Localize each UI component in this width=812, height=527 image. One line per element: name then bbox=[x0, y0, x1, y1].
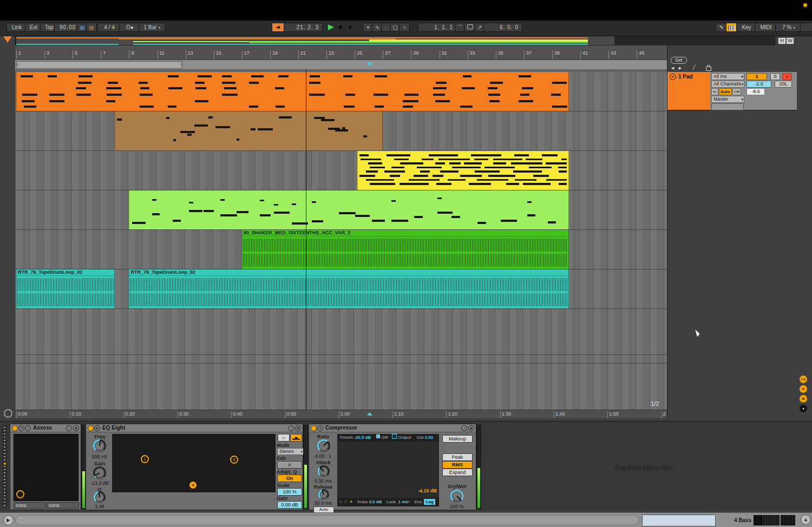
arrangement-clip[interactable]: RTR_79_TapeDrumLoop_02 bbox=[129, 269, 569, 308]
clip-mini-overview[interactable] bbox=[642, 515, 716, 526]
comp-graph[interactable]: -4.15 dB bbox=[337, 442, 439, 498]
fold-device-icon[interactable]: ▼ bbox=[18, 425, 24, 431]
preview-play-button[interactable]: ▶ bbox=[3, 515, 14, 525]
arrangement-clip[interactable] bbox=[16, 72, 569, 111]
session-overdub-button[interactable]: ○ bbox=[399, 23, 410, 32]
time-label[interactable]: 1:30 bbox=[500, 411, 512, 418]
cpu-meter[interactable]: 7 %▾ bbox=[775, 23, 802, 32]
bar-number[interactable]: 21 bbox=[298, 50, 306, 59]
show-io-button[interactable]: I-O bbox=[800, 376, 807, 383]
eq-point-6[interactable]: 6 bbox=[230, 456, 238, 464]
save-preset-icon[interactable]: ▣ bbox=[468, 425, 474, 431]
hot-swap-icon[interactable]: ◔ bbox=[66, 425, 72, 431]
set-locator-button[interactable]: Set bbox=[671, 57, 687, 64]
gr-checkbox[interactable] bbox=[376, 434, 381, 439]
device-on-led[interactable] bbox=[311, 425, 317, 431]
fold-width-button[interactable]: W bbox=[786, 37, 794, 44]
wrench-icon[interactable]: ╱ bbox=[25, 425, 31, 431]
input-channel-select[interactable]: All Channels▾ bbox=[711, 81, 744, 88]
next-locator-button[interactable]: ▶ bbox=[677, 65, 683, 71]
device-on-led[interactable] bbox=[88, 425, 94, 431]
monitor-off[interactable]: Off bbox=[732, 88, 742, 95]
freq-value[interactable]: 500 Hz bbox=[87, 454, 112, 459]
hot-swap-icon[interactable]: ◔ bbox=[288, 425, 294, 431]
input-type-select[interactable]: All Ins▾ bbox=[711, 73, 744, 80]
bar-number[interactable]: 27 bbox=[383, 50, 390, 59]
loop-start-display[interactable]: 1. 1. 1 bbox=[418, 23, 457, 32]
dry-wet-value[interactable]: 100 % bbox=[441, 504, 473, 509]
time-signature[interactable]: 4 / 4 bbox=[97, 23, 121, 32]
output-select[interactable]: Master▾ bbox=[711, 96, 744, 103]
ratio-value[interactable]: 4.00 : 1 bbox=[310, 453, 336, 459]
output-checkbox[interactable] bbox=[392, 434, 397, 439]
show-output-button[interactable]: ● bbox=[800, 405, 807, 412]
curve-icon[interactable]: Γ bbox=[345, 499, 347, 504]
peak-button[interactable]: Peak bbox=[442, 453, 473, 461]
automation-tool-icon[interactable]: ╱ bbox=[688, 64, 700, 71]
loop-start-handle[interactable]: › bbox=[17, 62, 18, 68]
xy-pad[interactable] bbox=[14, 434, 78, 501]
expand-panel-button[interactable]: ▲ bbox=[801, 515, 811, 525]
waveform-thumbnail[interactable] bbox=[762, 515, 780, 525]
bar-number[interactable]: 3 bbox=[44, 50, 49, 59]
metronome-count-icon[interactable]: |||| bbox=[86, 23, 97, 32]
groove-button[interactable]: O● bbox=[119, 23, 141, 32]
audition-button[interactable]: ∩ bbox=[278, 434, 290, 442]
time-label[interactable]: 0:10 bbox=[70, 411, 81, 418]
beat-time-ruler[interactable]: 1357911131517192123252729313335373941434… bbox=[15, 45, 667, 60]
arrangement-clip[interactable] bbox=[357, 151, 569, 190]
bar-number[interactable]: 33 bbox=[468, 50, 475, 59]
spectrum-toggle[interactable]: ▂▅▂ bbox=[290, 434, 302, 442]
eq-titlebar[interactable]: ▶ EQ Eight ◔ ▣ bbox=[86, 424, 303, 432]
volume-field[interactable]: -2.0 bbox=[746, 81, 771, 88]
bar-number[interactable]: 41 bbox=[580, 50, 588, 59]
clip-thumbnail[interactable] bbox=[754, 515, 762, 525]
time-label[interactable]: 1:50 bbox=[607, 411, 619, 418]
monitor-in[interactable]: In bbox=[711, 88, 718, 95]
key-map-button[interactable]: Key bbox=[736, 23, 757, 32]
axxess-select-1[interactable]: none bbox=[14, 502, 46, 509]
pan-field[interactable]: 20L bbox=[775, 81, 792, 88]
insert-marker[interactable] bbox=[367, 63, 372, 66]
follow-button[interactable]: ➔ bbox=[272, 23, 285, 32]
device-compressor[interactable]: ▼ Compressor ◔ ▣ Ratio 4.00 : 1 Attack 0… bbox=[309, 424, 476, 510]
q-knob[interactable] bbox=[94, 491, 106, 503]
q-value[interactable]: 1.46 bbox=[87, 504, 112, 509]
hot-swap-icon[interactable]: ◔ bbox=[461, 425, 467, 431]
bar-number[interactable]: 15 bbox=[214, 50, 221, 59]
track-color-box[interactable]: ▼1 Pad bbox=[667, 72, 710, 110]
bar-number[interactable]: 37 bbox=[524, 50, 532, 59]
thresh-value[interactable]: -20.5 dB bbox=[354, 435, 371, 440]
meter-peak-field[interactable]: -8.6 bbox=[746, 88, 765, 95]
arrangement-position[interactable]: 21. 2. 3 bbox=[284, 23, 323, 32]
track-number-badge[interactable]: 1 bbox=[746, 73, 767, 80]
time-label[interactable]: 0:20 bbox=[124, 411, 135, 418]
time-label[interactable]: 1:10 bbox=[392, 411, 404, 418]
show-mixer-button[interactable]: M bbox=[800, 395, 807, 403]
compressor-titlebar[interactable]: ▼ Compressor ◔ ▣ bbox=[309, 424, 476, 432]
mode-select[interactable]: Stereo▾ bbox=[277, 448, 304, 455]
bar-number[interactable]: 35 bbox=[496, 50, 503, 59]
env-log-button[interactable]: Log bbox=[424, 499, 435, 505]
bar-number[interactable]: 31 bbox=[440, 50, 447, 59]
axxess-titlebar[interactable]: ▼ ╱ Axxess ◔ ▣ bbox=[10, 424, 81, 432]
ratio-knob[interactable] bbox=[317, 439, 330, 452]
loop-length-display[interactable]: 6. 0. 0 bbox=[483, 23, 522, 32]
bar-number[interactable]: 13 bbox=[186, 50, 193, 59]
eq-point-1[interactable]: 1 bbox=[141, 455, 149, 463]
device-eq-eight[interactable]: ▶ EQ Eight ◔ ▣ Freq 500 Hz Gain -13.3 dB… bbox=[86, 424, 303, 510]
arrangement-clip[interactable]: RTR_79_TapeDrumLoop_02 bbox=[16, 269, 115, 308]
return-lane[interactable] bbox=[15, 355, 667, 364]
axxess-select-2[interactable]: none bbox=[47, 502, 79, 509]
device-on-led[interactable] bbox=[12, 425, 18, 431]
time-label[interactable]: 1:40 bbox=[554, 411, 565, 418]
freq-knob[interactable] bbox=[93, 439, 106, 452]
bar-number[interactable]: 11 bbox=[158, 50, 165, 59]
device-axxess[interactable]: ▼ ╱ Axxess ◔ ▣ none none bbox=[10, 424, 81, 510]
bar-number[interactable]: 45 bbox=[637, 50, 644, 59]
gain-knob[interactable] bbox=[93, 466, 106, 479]
time-label[interactable]: 0:40 bbox=[231, 411, 243, 418]
xy-handle[interactable] bbox=[16, 490, 24, 498]
track-header[interactable]: ▼1 PadAll Ins▾All Channels▾InAutoOffMast… bbox=[667, 72, 797, 111]
eq-point-4[interactable]: 4 bbox=[189, 482, 197, 489]
